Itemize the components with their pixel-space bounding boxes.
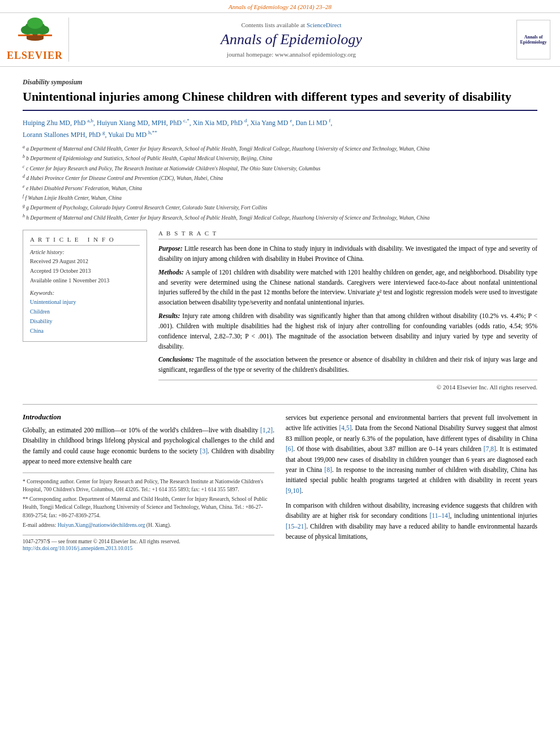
- sciencedirect-line: Contents lists available at ScienceDirec…: [241, 22, 341, 28]
- section-label: Disability symposium: [23, 78, 537, 87]
- keywords-label: Keywords:: [30, 290, 140, 296]
- intro-para3: In comparison with children without disa…: [286, 500, 537, 542]
- abstract-methods: Methods: A sample of 1201 children with …: [158, 268, 537, 308]
- intro-para1: Globally, an estimated 200 million—or 10…: [23, 425, 274, 467]
- main-content: Disability symposium Unintentional injur…: [0, 67, 560, 557]
- body-section: Introduction Globally, an estimated 200 …: [23, 413, 537, 551]
- author-li: Dan Li MD f: [295, 119, 330, 127]
- bottom-bar: 1047-2797/$ — see front matter © 2014 El…: [23, 535, 274, 544]
- article-info-col: A R T I C L E I N F O Article history: R…: [23, 230, 147, 396]
- ref-1-2[interactable]: [1,2]: [260, 427, 273, 433]
- abstract-purpose: Purpose: Little research has been done i…: [158, 244, 537, 264]
- affil-g: g g Department of Psychology, Colorado I…: [23, 203, 537, 212]
- purpose-text: Little research has been done in China t…: [158, 245, 537, 262]
- affil-a: a a Department of Maternal and Child Hea…: [23, 144, 537, 153]
- accepted-date: Accepted 19 October 2013: [30, 266, 140, 276]
- copyright-line: © 2014 Elsevier Inc. All rights reserved…: [158, 380, 537, 390]
- body-right-col: services but experience personal and env…: [286, 413, 537, 551]
- affil-c: c c Center for Injury Research and Polic…: [23, 164, 537, 173]
- ref-6[interactable]: [6]: [286, 445, 293, 452]
- publisher-logo-area: ELSEVIER: [7, 18, 69, 62]
- footnote-section: * Corresponding author. Center for Injur…: [23, 473, 274, 530]
- affiliations: a a Department of Maternal and Child Hea…: [23, 144, 537, 222]
- affil-e: e e Hubei Disabled Persons' Federation, …: [23, 183, 537, 192]
- ref-3[interactable]: [3]: [200, 448, 208, 454]
- abstract-title: A B S T R A C T: [158, 230, 537, 239]
- history-label: Article history:: [30, 249, 140, 255]
- citation-text: Annals of Epidemiology 24 (2014) 23–28: [229, 3, 331, 10]
- info-abstract-section: A R T I C L E I N F O Article history: R…: [23, 230, 537, 396]
- author-xiang: Huiyun Xiang MD, MPH, PhD c,*: [97, 119, 189, 127]
- intro-heading: Introduction: [23, 413, 274, 422]
- journal-logo-area: Annals ofEpidemiology: [514, 18, 553, 62]
- footnote-2: ** Corresponding author. Department of M…: [23, 495, 274, 520]
- abstract-conclusions: Conclusions: The magnitude of the associ…: [158, 355, 537, 375]
- authors-line: Huiping Zhu MD, PhD a,b, Huiyun Xiang MD…: [23, 117, 537, 140]
- author-du: Yukai Du MD h,**: [108, 131, 157, 139]
- article-info-box: A R T I C L E I N F O Article history: R…: [23, 230, 147, 342]
- affil-f: f f Wuhan Linjie Health Center, Wuhan, C…: [23, 193, 537, 202]
- abstract-col: A B S T R A C T Purpose: Little research…: [158, 230, 537, 396]
- keyword-3: Disability: [30, 316, 140, 326]
- ref-8b[interactable]: [8]: [325, 466, 332, 473]
- footnote-1: * Corresponding author. Center for Injur…: [23, 478, 274, 494]
- available-date: Available online 1 November 2013: [30, 276, 140, 285]
- author-zhu: Huiping Zhu MD, PhD a,b: [23, 119, 93, 127]
- journal-name: Annals of Epidemiology: [221, 31, 362, 48]
- journal-header: ELSEVIER Contents lists available at Sci…: [0, 12, 560, 67]
- article-info-title: A R T I C L E I N F O: [30, 236, 140, 246]
- elsevier-logo: ELSEVIER: [7, 18, 63, 62]
- author-stallones: Lorann Stallones MPH, PhD g: [23, 131, 105, 139]
- elsevier-tree-icon: [15, 18, 55, 49]
- doi-link[interactable]: http://dx.doi.org/10.1016/j.annepidem.20…: [23, 546, 132, 551]
- ref-7-8[interactable]: [7,8]: [484, 445, 496, 452]
- journal-logo-box: Annals ofEpidemiology: [516, 20, 550, 59]
- methods-text: A sample of 1201 children with disabilit…: [158, 269, 537, 306]
- citation-bar: Annals of Epidemiology 24 (2014) 23–28: [0, 0, 560, 12]
- article-dates: Received 29 August 2012 Accepted 19 Octo…: [30, 256, 140, 285]
- affil-h: h h Department of Maternal and Child Hea…: [23, 213, 537, 222]
- keyword-2: Children: [30, 307, 140, 316]
- keywords-list: Unintentional injury Children Disability…: [30, 297, 140, 336]
- abstract-results: Results: Injury rate among children with…: [158, 311, 537, 351]
- received-date: Received 29 August 2012: [30, 256, 140, 266]
- affil-d: d d Hubei Province Center for Disease Co…: [23, 173, 537, 182]
- ref-4-5[interactable]: [4,5]: [339, 424, 351, 431]
- journal-homepage: journal homepage: www.annalsof epidemiol…: [227, 51, 356, 58]
- keyword-1: Unintentional injury: [30, 297, 140, 307]
- email-footnote: E-mail address: Huiyun.Xiang@nationwidec…: [23, 521, 274, 529]
- ref-11-14[interactable]: [11–14]: [429, 512, 450, 519]
- issn-text: 1047-2797/$ — see front matter © 2014 El…: [23, 539, 180, 544]
- body-left-col: Introduction Globally, an estimated 200 …: [23, 413, 274, 551]
- conclusions-text: The magnitude of the association between…: [158, 356, 537, 373]
- svg-point-7: [27, 36, 44, 41]
- author-yang: Xia Yang MD e: [250, 119, 292, 127]
- svg-point-5: [27, 18, 43, 29]
- keyword-4: China: [30, 326, 140, 336]
- section-divider: [23, 404, 537, 405]
- results-text: Injury rate among children with disabili…: [158, 312, 537, 349]
- ref-9-10[interactable]: [9,10]: [286, 487, 301, 494]
- affil-b: b b Department of Epidemiology and Stati…: [23, 153, 537, 162]
- sciencedirect-link[interactable]: ScienceDirect: [307, 22, 342, 28]
- article-title: Unintentional injuries among Chinese chi…: [23, 89, 537, 111]
- email-link[interactable]: Huiyun.Xiang@nationwidechildrens.org: [58, 522, 145, 528]
- ref-15-21[interactable]: [15–21]: [286, 523, 306, 530]
- journal-title-area: Contents lists available at ScienceDirec…: [75, 18, 508, 62]
- abstract-section: A B S T R A C T Purpose: Little research…: [158, 230, 537, 390]
- intro-para2: services but experience personal and env…: [286, 413, 537, 496]
- elsevier-wordmark: ELSEVIER: [7, 50, 63, 62]
- author-xia: Xin Xia MD, PhD d: [193, 119, 247, 127]
